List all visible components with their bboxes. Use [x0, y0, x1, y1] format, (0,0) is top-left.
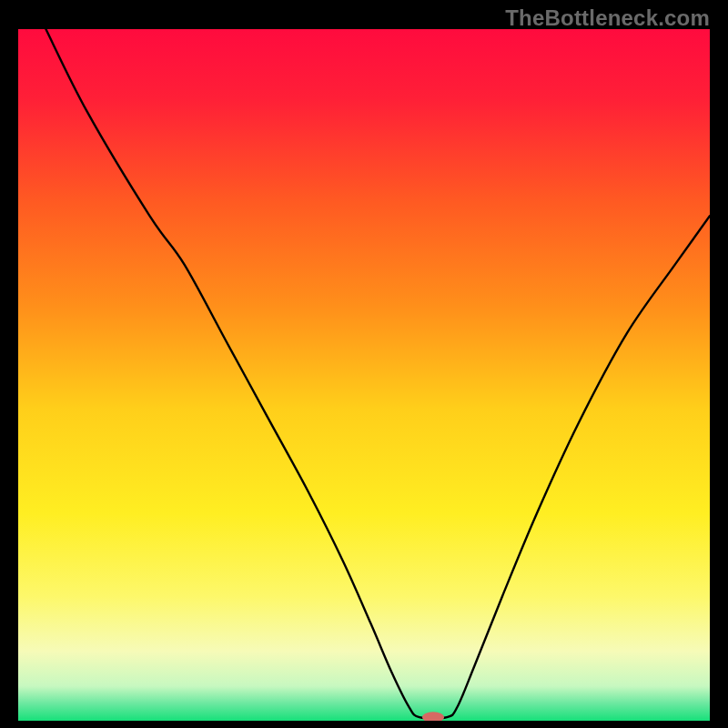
chart-frame — [18, 29, 710, 721]
watermark-text: TheBottleneck.com — [505, 5, 710, 31]
bottleneck-chart — [18, 29, 710, 721]
chart-background — [18, 29, 710, 721]
